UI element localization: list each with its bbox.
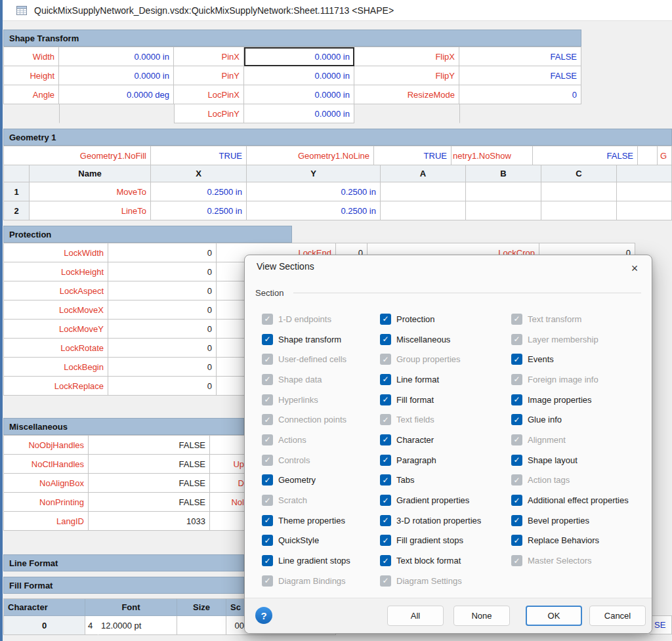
cell-label[interactable]: LockBegin bbox=[3, 358, 108, 377]
section-checkbox-row[interactable]: ✓ Fill gradient stops bbox=[380, 531, 481, 551]
cell-x-value[interactable]: 0.2500 in bbox=[151, 201, 247, 220]
section-checkbox-row[interactable]: ✓ Miscellaneous bbox=[380, 329, 481, 350]
checkbox[interactable]: ✓ bbox=[380, 575, 391, 587]
section-checkbox-row[interactable]: ✓ Theme properties bbox=[262, 510, 350, 531]
section-checkbox-row[interactable]: ✓ Line gradient stops bbox=[262, 550, 350, 571]
cell-value[interactable]: 0.0000 in bbox=[59, 66, 174, 85]
checkbox[interactable]: ✓ bbox=[380, 555, 391, 566]
cell-y-value[interactable]: 0.2500 in bbox=[247, 182, 381, 201]
section-checkbox-row[interactable]: ✓ Events bbox=[511, 349, 629, 369]
cell-value[interactable]: FALSE bbox=[533, 146, 638, 165]
section-checkbox-row[interactable]: ✓ Glue info bbox=[511, 409, 629, 430]
cell-empty[interactable] bbox=[466, 201, 541, 220]
checkbox[interactable]: ✓ bbox=[262, 474, 273, 486]
cell-value[interactable]: 0.0000 in bbox=[244, 104, 354, 123]
cell-empty[interactable] bbox=[617, 182, 672, 201]
cell-label[interactable]: LangID bbox=[3, 512, 89, 531]
cell-empty[interactable] bbox=[638, 146, 658, 165]
section-checkbox-row[interactable]: ✓ QuickStyle bbox=[262, 531, 350, 551]
cell-label[interactable] bbox=[3, 104, 59, 123]
checkbox[interactable]: ✓ bbox=[511, 515, 522, 526]
section-checkbox-row[interactable]: ✓ Text block format bbox=[380, 550, 481, 571]
checkbox[interactable]: ✓ bbox=[511, 314, 522, 325]
cell-value[interactable]: 0 bbox=[108, 377, 217, 396]
checkbox[interactable]: ✓ bbox=[380, 374, 391, 385]
checkbox[interactable]: ✓ bbox=[262, 354, 273, 365]
cell-value[interactable]: FALSE bbox=[89, 436, 210, 455]
section-checkbox-row[interactable]: ✓ Text transform bbox=[511, 309, 629, 329]
cell-value[interactable]: 0 bbox=[108, 281, 217, 300]
checkbox[interactable]: ✓ bbox=[511, 495, 522, 506]
cell-label[interactable]: PinX bbox=[174, 47, 244, 66]
checkbox[interactable]: ✓ bbox=[262, 495, 273, 506]
cell-label[interactable]: LockAspect bbox=[3, 281, 108, 300]
section-checkbox-row[interactable]: ✓ Shape transform bbox=[262, 329, 350, 350]
checkbox[interactable]: ✓ bbox=[511, 474, 522, 486]
cell-x-value[interactable]: 0.2500 in bbox=[151, 182, 247, 201]
cell-row-name[interactable]: LineTo bbox=[30, 201, 151, 220]
section-checkbox-row[interactable]: ✓ User-defined cells bbox=[262, 349, 350, 369]
cell-value[interactable]: 1033 bbox=[89, 512, 210, 531]
section-checkbox-row[interactable]: ✓ Hyperlinks bbox=[262, 390, 350, 410]
none-button[interactable]: None bbox=[453, 606, 510, 626]
close-button[interactable]: × bbox=[626, 260, 643, 277]
cell-value[interactable]: FALSE bbox=[89, 493, 210, 512]
checkbox[interactable]: ✓ bbox=[262, 314, 273, 325]
checkbox[interactable]: ✓ bbox=[380, 495, 391, 506]
checkbox[interactable]: ✓ bbox=[262, 555, 273, 566]
cell-label[interactable]: LockRotate bbox=[3, 339, 108, 358]
cell-label[interactable]: NoAlignBox bbox=[3, 474, 89, 493]
section-checkbox-row[interactable]: ✓ Fill format bbox=[380, 390, 481, 410]
cell-value[interactable]: 0 bbox=[459, 85, 581, 104]
cell-label[interactable]: NoCtlHandles bbox=[3, 455, 89, 474]
section-checkbox-row[interactable]: ✓ Master Selectors bbox=[511, 550, 629, 571]
cell-value[interactable] bbox=[59, 104, 174, 123]
section-checkbox-row[interactable]: ✓ Actions bbox=[262, 430, 350, 450]
section-checkbox-row[interactable]: ✓ Geometry bbox=[262, 470, 350, 491]
section-checkbox-row[interactable]: ✓ Replace Behaviors bbox=[511, 531, 629, 551]
checkbox[interactable]: ✓ bbox=[380, 455, 391, 466]
cancel-button[interactable]: Cancel bbox=[589, 606, 646, 626]
section-checkbox-row[interactable]: ✓ 1-D endpoints bbox=[262, 309, 350, 329]
checkbox[interactable]: ✓ bbox=[262, 374, 273, 385]
cell-label[interactable]: Height bbox=[3, 66, 59, 85]
section-checkbox-row[interactable]: ✓ Layer membership bbox=[511, 329, 629, 350]
cell-label-clipped[interactable]: G bbox=[658, 146, 672, 165]
cell-value[interactable]: 0.0000 in bbox=[59, 47, 174, 66]
section-checkbox-row[interactable]: ✓ Line format bbox=[380, 369, 481, 390]
cell-label[interactable]: NonPrinting bbox=[3, 493, 89, 512]
cell-empty[interactable] bbox=[177, 616, 226, 635]
checkbox[interactable]: ✓ bbox=[262, 515, 273, 526]
cell-label[interactable]: LockMoveX bbox=[3, 300, 108, 320]
cell-row-name[interactable]: MoveTo bbox=[30, 182, 151, 201]
cell-value[interactable]: FALSE bbox=[89, 474, 210, 493]
cell-label-clipped[interactable]: netry1.NoShow bbox=[452, 146, 533, 165]
cell-value[interactable]: 0 bbox=[108, 262, 217, 281]
checkbox[interactable]: ✓ bbox=[380, 354, 391, 365]
cell-value[interactable]: 0.0000 deg bbox=[59, 85, 174, 104]
checkbox[interactable]: ✓ bbox=[380, 434, 391, 445]
all-button[interactable]: All bbox=[387, 606, 444, 626]
cell-label[interactable]: FlipX bbox=[354, 47, 459, 66]
help-button[interactable]: ? bbox=[255, 607, 272, 624]
cell-y-value[interactable]: 0.2500 in bbox=[247, 201, 381, 220]
checkbox[interactable]: ✓ bbox=[262, 535, 273, 546]
cell-size-value[interactable]: 12.0000 pt bbox=[98, 616, 177, 635]
section-checkbox-row[interactable]: ✓ Shape layout bbox=[511, 450, 629, 470]
checkbox[interactable]: ✓ bbox=[262, 575, 273, 587]
cell-label[interactable]: Geometry1.NoLine bbox=[247, 146, 374, 165]
cell-value[interactable]: TRUE bbox=[151, 146, 247, 165]
cell-value[interactable]: 0 bbox=[108, 300, 217, 320]
section-checkbox-row[interactable]: ✓ 3-D rotation properties bbox=[380, 510, 481, 531]
cell-value[interactable]: 0 bbox=[108, 320, 217, 339]
checkbox[interactable]: ✓ bbox=[511, 414, 522, 425]
cell-value[interactable]: 0 bbox=[108, 339, 217, 358]
cell-empty[interactable] bbox=[381, 201, 466, 220]
section-checkbox-row[interactable]: ✓ Additional effect properties bbox=[511, 490, 629, 510]
cell-label[interactable] bbox=[354, 104, 459, 123]
checkbox[interactable]: ✓ bbox=[511, 434, 522, 445]
section-checkbox-row[interactable]: ✓ Alignment bbox=[511, 430, 629, 450]
checkbox[interactable]: ✓ bbox=[511, 555, 522, 566]
cell-label[interactable]: LockMoveY bbox=[3, 320, 108, 339]
cell-empty[interactable] bbox=[381, 182, 466, 201]
